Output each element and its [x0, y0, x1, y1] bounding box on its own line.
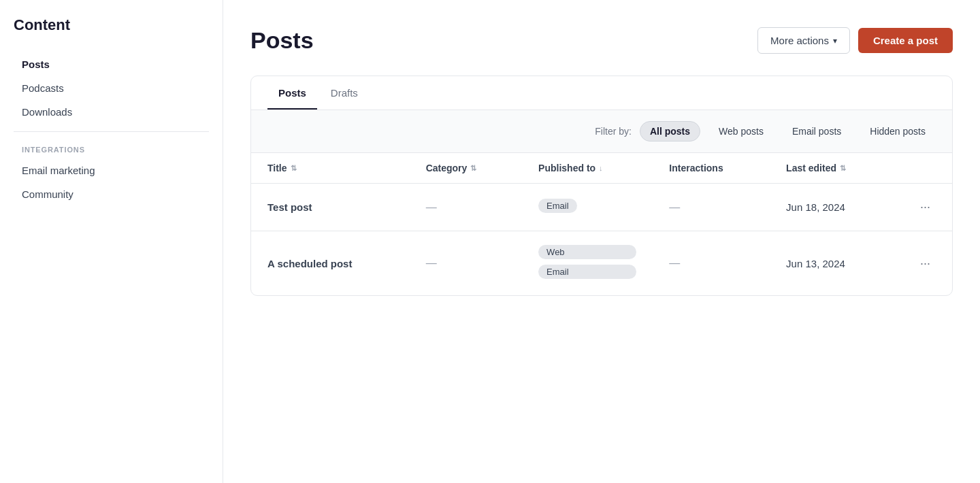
- integrations-label: INTEGRATIONS: [22, 146, 201, 154]
- title-sort-icon[interactable]: ⇅: [291, 164, 297, 173]
- tab-posts[interactable]: Posts: [267, 76, 317, 110]
- post-actions-cell: ···: [898, 184, 952, 231]
- email-tag: Email: [538, 265, 636, 279]
- filter-email-posts[interactable]: Email posts: [782, 121, 851, 141]
- row-more-button[interactable]: ···: [915, 254, 936, 273]
- page-title: Posts: [250, 27, 314, 54]
- row-more-button[interactable]: ···: [915, 197, 936, 217]
- create-post-button[interactable]: Create a post: [858, 28, 953, 53]
- main-content: Posts More actions ▾ Create a post Posts…: [223, 0, 980, 483]
- post-actions-cell: ···: [898, 231, 952, 296]
- filter-hidden-posts[interactable]: Hidden posts: [860, 121, 936, 141]
- sidebar: Content Posts Podcasts Downloads INTEGRA…: [0, 0, 223, 483]
- post-last-edited: Jun 13, 2024: [770, 231, 898, 296]
- table-row: A scheduled post — Web Email — Jun 13, 2…: [251, 231, 952, 296]
- sidebar-title: Content: [14, 16, 209, 34]
- tabs-bar: Posts Drafts: [251, 76, 952, 110]
- post-category: —: [410, 184, 522, 231]
- post-category: —: [410, 231, 522, 296]
- email-tag: Email: [538, 199, 577, 213]
- col-published-to: Published to ↓: [522, 153, 653, 184]
- sidebar-divider: [14, 131, 209, 132]
- main-header: Posts More actions ▾ Create a post: [250, 27, 953, 54]
- post-published-to: Email: [522, 184, 653, 231]
- col-last-edited: Last edited ⇅: [770, 153, 898, 184]
- post-published-to: Web Email: [522, 231, 653, 296]
- sidebar-item-community[interactable]: Community: [14, 183, 209, 205]
- more-actions-label: More actions: [770, 35, 829, 46]
- filter-all-posts[interactable]: All posts: [640, 121, 700, 141]
- sidebar-item-email-marketing[interactable]: Email marketing: [14, 159, 209, 182]
- post-title: Test post: [251, 184, 410, 231]
- tags-cell: Web Email: [538, 245, 636, 282]
- header-actions: More actions ▾ Create a post: [757, 27, 953, 54]
- sidebar-item-posts[interactable]: Posts: [14, 53, 209, 76]
- integrations-nav: Email marketing Community: [14, 159, 209, 205]
- post-interactions: —: [653, 184, 770, 231]
- col-category: Category ⇅: [410, 153, 522, 184]
- web-tag: Web: [538, 245, 636, 259]
- filter-label: Filter by:: [595, 126, 632, 137]
- col-interactions: Interactions: [653, 153, 770, 184]
- col-title: Title ⇅: [251, 153, 410, 184]
- table-row: Test post — Email — Jun 18, 2024 ···: [251, 184, 952, 231]
- more-actions-button[interactable]: More actions ▾: [757, 27, 850, 54]
- content-card: Posts Drafts Filter by: All posts Web po…: [250, 76, 953, 296]
- posts-table: Title ⇅ Category ⇅ Published to ↓: [251, 153, 952, 295]
- sidebar-nav: Posts Podcasts Downloads: [14, 53, 209, 123]
- post-interactions: —: [653, 231, 770, 296]
- tab-drafts[interactable]: Drafts: [320, 76, 369, 110]
- category-sort-icon[interactable]: ⇅: [470, 164, 476, 173]
- filter-web-posts[interactable]: Web posts: [708, 121, 774, 141]
- chevron-down-icon: ▾: [833, 36, 837, 46]
- published-sort-icon[interactable]: ↓: [599, 164, 603, 172]
- sidebar-item-downloads[interactable]: Downloads: [14, 101, 209, 123]
- filter-bar: Filter by: All posts Web posts Email pos…: [251, 110, 952, 153]
- post-last-edited: Jun 18, 2024: [770, 184, 898, 231]
- col-actions-header: [898, 153, 952, 184]
- last-edited-sort-icon[interactable]: ⇅: [840, 164, 846, 173]
- sidebar-item-podcasts[interactable]: Podcasts: [14, 77, 209, 99]
- post-title: A scheduled post: [251, 231, 410, 296]
